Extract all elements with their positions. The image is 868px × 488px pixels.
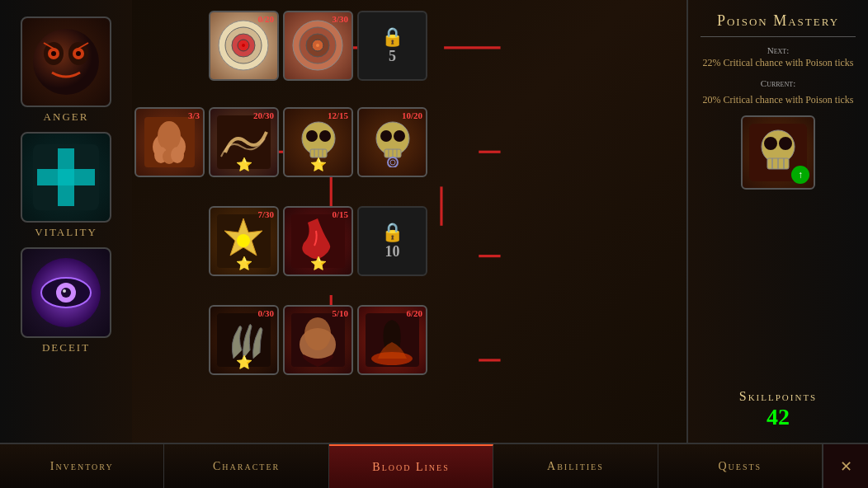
- skillpoints-label: Skillpoints: [739, 389, 817, 404]
- svg-point-34: [242, 44, 245, 47]
- svg-rect-11: [37, 169, 95, 185]
- skill-node-wind[interactable]: 20/30 ⭐: [209, 107, 279, 177]
- skill-node-claw[interactable]: 0/30 ⭐: [209, 305, 279, 375]
- nav-inventory[interactable]: Inventory: [0, 444, 164, 488]
- star-wind: ⭐: [236, 157, 252, 172]
- nav-quests[interactable]: Quests: [658, 444, 823, 488]
- svg-point-77: [779, 137, 792, 150]
- svg-point-39: [316, 44, 319, 47]
- skill-node-dark-arm[interactable]: 5/10: [283, 305, 353, 375]
- node-counter-target1: 0/20: [257, 14, 274, 24]
- star-blood: ⭐: [310, 256, 327, 271]
- svg-point-5: [51, 51, 56, 56]
- nav-blood-lines[interactable]: Blood Lines: [329, 444, 493, 488]
- nav-close-button[interactable]: ✕: [823, 444, 868, 488]
- current-desc: 20% Critical chance with Poison ticks: [703, 92, 854, 107]
- skill-node-skull2[interactable]: 10/20: [357, 107, 427, 177]
- svg-point-62: [388, 157, 398, 167]
- left-sidebar: Anger Vitality: [0, 0, 132, 443]
- svg-point-42: [158, 121, 181, 151]
- node-counter-explosion: 7/30: [257, 209, 274, 219]
- node-counter-dark-arm: 5/10: [332, 308, 348, 318]
- skillpoints-section: Skillpoints 42: [739, 389, 817, 430]
- next-label: Next:: [703, 45, 854, 55]
- vitality-label: Vitality: [35, 226, 97, 239]
- panel-title: Poison Mastery: [701, 12, 856, 37]
- svg-point-63: [390, 160, 395, 165]
- anger-icon: [21, 16, 111, 107]
- right-panel: Poison Mastery Next: 22% Critical chance…: [686, 0, 868, 443]
- nav-character[interactable]: Character: [164, 444, 328, 488]
- nav-abilities[interactable]: Abilities: [493, 444, 658, 488]
- svg-point-16: [63, 289, 66, 293]
- lock-number-1: 5: [389, 48, 396, 65]
- current-label: Current:: [703, 78, 854, 88]
- skill-node-arm[interactable]: 3/3: [134, 107, 205, 177]
- node-counter-wind: 20/30: [253, 110, 274, 120]
- star-claw: ⭐: [236, 354, 252, 370]
- skill-node-explosion[interactable]: 7/30 ⭐: [209, 206, 279, 276]
- anger-label: Anger: [44, 110, 89, 124]
- skill-node-lava[interactable]: 6/20: [357, 305, 427, 375]
- svg-point-0: [33, 29, 99, 95]
- skillpoints-value: 42: [739, 404, 817, 430]
- node-counter-skull1: 12/15: [328, 110, 348, 120]
- skill-node-locked1: 🔒 5: [357, 11, 427, 81]
- node-counter-blood: 0/15: [332, 209, 348, 219]
- node-counter-claw: 0/30: [257, 308, 274, 318]
- skill-node-blood[interactable]: 0/15 ⭐: [283, 206, 353, 276]
- node-counter-arm: 3/3: [188, 110, 200, 120]
- svg-point-49: [319, 130, 331, 142]
- svg-point-48: [306, 130, 318, 142]
- svg-point-56: [380, 130, 392, 142]
- panel-skill-icon: ↑: [741, 115, 815, 190]
- star-skull1: ⭐: [310, 157, 327, 172]
- vitality-icon: [21, 132, 111, 223]
- svg-point-57: [394, 130, 405, 142]
- deceit-icon: [21, 247, 111, 338]
- lock-number-2: 10: [385, 243, 400, 260]
- svg-point-6: [76, 51, 81, 56]
- node-counter-target2: 3/30: [332, 14, 348, 24]
- deceit-label: Deceit: [42, 341, 90, 354]
- svg-point-66: [237, 234, 250, 247]
- svg-point-45: [171, 147, 184, 163]
- sidebar-item-deceit[interactable]: Deceit: [21, 247, 111, 354]
- upgrade-arrow[interactable]: ↑: [791, 166, 809, 184]
- svg-point-15: [61, 288, 71, 298]
- node-counter-skull2: 10/20: [402, 110, 422, 120]
- sidebar-item-vitality[interactable]: Vitality: [21, 132, 111, 239]
- star-explosion: ⭐: [236, 256, 252, 271]
- skill-node-target2[interactable]: 3/30: [283, 11, 353, 81]
- skill-node-locked2: 🔒 10: [357, 206, 427, 276]
- bottom-nav: Inventory Character Blood Lines Abilitie…: [0, 443, 868, 488]
- skill-node-skull1[interactable]: 12/15 ⭐: [283, 107, 353, 177]
- main-area: Anger Vitality: [0, 0, 868, 443]
- skill-node-target1[interactable]: 0/20: [209, 11, 279, 81]
- svg-point-76: [764, 137, 777, 150]
- svg-point-71: [304, 317, 331, 350]
- skill-tree: ✦ 0/20 3/30: [132, 0, 686, 443]
- sidebar-item-anger[interactable]: Anger: [21, 16, 111, 124]
- next-desc: 22% Critical chance with Poison ticks: [703, 55, 854, 70]
- node-counter-lava: 6/20: [406, 308, 422, 318]
